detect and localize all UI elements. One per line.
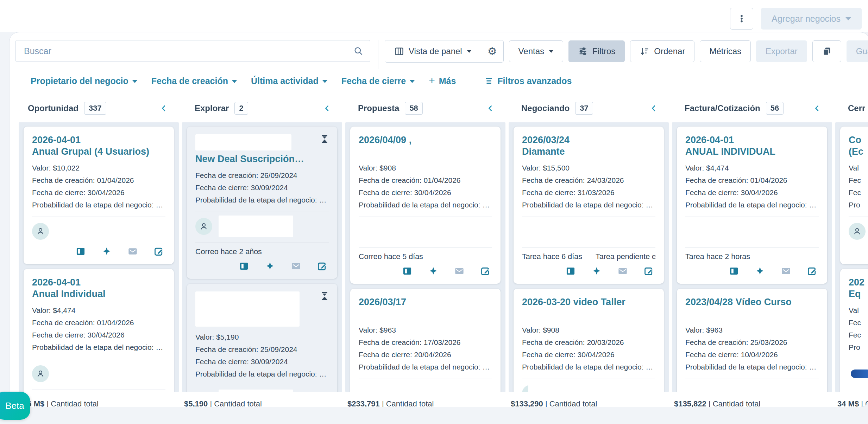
deal-card[interactable]: 2026-04-01ANUAL INDIVIDUAL Valor: $4,474… [677, 127, 827, 284]
quick-filter-close-date[interactable]: Fecha de cierre [341, 76, 415, 86]
activity-link[interactable]: Tarea hace 2 horas [685, 252, 750, 261]
contact-avatar[interactable] [849, 223, 866, 240]
column-header[interactable]: Cerr [835, 98, 868, 118]
search-input[interactable] [15, 40, 370, 62]
deal-title-line[interactable]: (Ec [849, 146, 868, 158]
deal-title-line[interactable]: 2026/04/09 , [359, 134, 492, 146]
view-settings-button[interactable]: ⚙ [481, 40, 503, 62]
deal-card[interactable]: 2026-04-01Anual Individual Valor: $4,474… [24, 269, 174, 392]
deal-title-line[interactable]: 2026/03/24 [522, 134, 655, 146]
deal-title-line[interactable]: Diamante [522, 146, 655, 158]
column-header[interactable]: Explorar 2 [182, 98, 342, 118]
deal-title-line[interactable]: 2026-04-01 [32, 134, 165, 146]
deal-title[interactable]: Co(Ec [849, 134, 868, 158]
preview-sidebar-icon[interactable] [402, 266, 413, 276]
preview-sidebar-icon[interactable] [75, 246, 86, 256]
preview-sidebar-icon[interactable] [239, 261, 249, 271]
edit-note-icon[interactable] [480, 266, 491, 276]
clone-view-button[interactable] [812, 40, 841, 62]
ai-sparkle-icon[interactable] [755, 266, 765, 276]
sort-button[interactable]: Ordenar [630, 40, 694, 62]
collapse-column-icon[interactable] [486, 104, 495, 113]
deal-title-line[interactable]: 2026-04-01 [32, 277, 165, 288]
pipeline-select-button[interactable]: Ventas [509, 40, 563, 62]
collapse-column-icon[interactable] [813, 104, 822, 113]
preview-sidebar-icon[interactable] [729, 266, 739, 276]
quick-filter-more[interactable]: +Más [429, 76, 456, 86]
collapse-column-icon[interactable] [160, 104, 168, 113]
edit-note-icon[interactable] [807, 266, 817, 276]
add-deals-button[interactable]: Agregar negocios [761, 8, 862, 30]
deal-title-line[interactable]: Co [849, 134, 868, 146]
activity-link[interactable]: Tarea hace 6 días [522, 252, 582, 261]
board-view-button[interactable]: Vista de panel [385, 40, 481, 62]
email-icon[interactable] [781, 266, 791, 276]
deal-title[interactable] [195, 291, 329, 327]
deal-title[interactable]: 2026-04-01Anual Grupal (4 Usuarios) [32, 134, 165, 158]
email-icon[interactable] [454, 266, 465, 276]
deal-title-line[interactable]: Anual Individual [32, 288, 165, 300]
filters-button[interactable]: Filtros [568, 40, 625, 62]
deal-title[interactable]: New Deal Suscripción… [195, 134, 329, 165]
export-button[interactable]: Exportar [756, 40, 807, 62]
more-actions-button[interactable] [730, 8, 753, 30]
activity-link[interactable]: Tarea pendiente en… [596, 252, 655, 261]
deal-title[interactable]: 2023/04/28 Vídeo Curso [685, 296, 819, 320]
deal-card[interactable]: New Deal Suscripción… Fecha de creación:… [187, 127, 337, 279]
deal-card[interactable]: 2026-03-20 video Taller Valor: $908Fecha… [514, 289, 664, 392]
edit-note-icon[interactable] [153, 246, 164, 256]
email-icon[interactable] [291, 261, 301, 271]
email-icon[interactable] [127, 246, 138, 256]
deal-card[interactable]: 2023/04/28 Vídeo Curso Valor: $963Fecha … [677, 289, 827, 392]
search-icon[interactable] [353, 46, 363, 56]
contact-avatar[interactable] [195, 218, 212, 235]
deal-title-line[interactable]: Eq [849, 288, 868, 300]
metrics-button[interactable]: Métricas [700, 40, 751, 62]
deal-title-line[interactable]: Anual Grupal (4 Usuarios) [32, 146, 165, 158]
deal-title[interactable]: 2026/03/24Diamante [522, 134, 655, 158]
contact-avatar[interactable] [32, 365, 49, 382]
edit-note-icon[interactable] [317, 261, 327, 271]
deal-title[interactable]: 2026-04-01ANUAL INDIVIDUAL [685, 134, 819, 158]
collapse-column-icon[interactable] [650, 104, 658, 113]
ai-sparkle-icon[interactable] [428, 266, 439, 276]
deal-title[interactable]: 202Eq [849, 277, 868, 300]
deal-title[interactable]: 2026/04/09 , [359, 134, 492, 158]
deal-card[interactable]: Co(Ec ValFecFecPro [840, 127, 868, 264]
deal-card[interactable]: Valor: $5,190Fecha de creación: 25/09/20… [187, 284, 337, 392]
deal-title-line[interactable]: New Deal Suscripción… [195, 153, 329, 165]
deal-title-line[interactable]: 2026-04-01 [685, 134, 819, 146]
deal-card[interactable]: 2026-04-01Anual Grupal (4 Usuarios) Valo… [24, 127, 174, 264]
company-logo[interactable] [851, 370, 868, 378]
preview-sidebar-icon[interactable] [565, 266, 576, 276]
quick-filter-last-activity[interactable]: Última actividad [251, 76, 327, 86]
deal-title[interactable]: 2026/03/17 [359, 296, 492, 320]
deal-card[interactable]: 2026/03/24Diamante Valor: $15,500Fecha d… [514, 127, 664, 284]
edit-note-icon[interactable] [643, 266, 654, 276]
save-view-button[interactable]: Guardar [847, 40, 868, 62]
column-header[interactable]: Factura/Cotización 56 [672, 98, 832, 118]
column-header[interactable]: Negociando 37 [509, 98, 669, 118]
deal-title-line[interactable]: 202 [849, 277, 868, 288]
activity-link[interactable]: Correo hace 5 días [359, 252, 423, 261]
deal-card[interactable]: 2026/04/09 , Valor: $908Fecha de creació… [350, 127, 501, 284]
advanced-filters-link[interactable]: Filtros avanzados [484, 76, 572, 86]
deal-title-line[interactable]: 2026/03/17 [359, 296, 492, 308]
deal-title-line[interactable]: 2023/04/28 Vídeo Curso [685, 296, 819, 308]
deal-title[interactable]: 2026-04-01Anual Individual [32, 277, 165, 300]
ai-sparkle-icon[interactable] [101, 246, 112, 256]
collapse-column-icon[interactable] [323, 104, 332, 113]
column-header[interactable]: Propuesta 58 [345, 98, 505, 118]
activity-link[interactable]: Correo hace 2 años [195, 248, 262, 256]
deal-title-line[interactable]: ANUAL INDIVIDUAL [685, 146, 819, 158]
deal-title-line[interactable]: 2026-03-20 video Taller [522, 296, 655, 308]
ai-sparkle-icon[interactable] [265, 261, 275, 271]
deal-title[interactable]: 2026-03-20 video Taller [522, 296, 655, 320]
quick-filter-create-date[interactable]: Fecha de creación [151, 76, 237, 86]
column-header[interactable]: Oportunidad 337 [19, 98, 179, 118]
quick-filter-owner[interactable]: Propietario del negocio [31, 76, 137, 86]
ai-sparkle-icon[interactable] [591, 266, 602, 276]
email-icon[interactable] [617, 266, 628, 276]
contact-avatar[interactable] [32, 223, 49, 240]
deal-card[interactable]: 202Eq ValFecFecPro [840, 269, 868, 392]
